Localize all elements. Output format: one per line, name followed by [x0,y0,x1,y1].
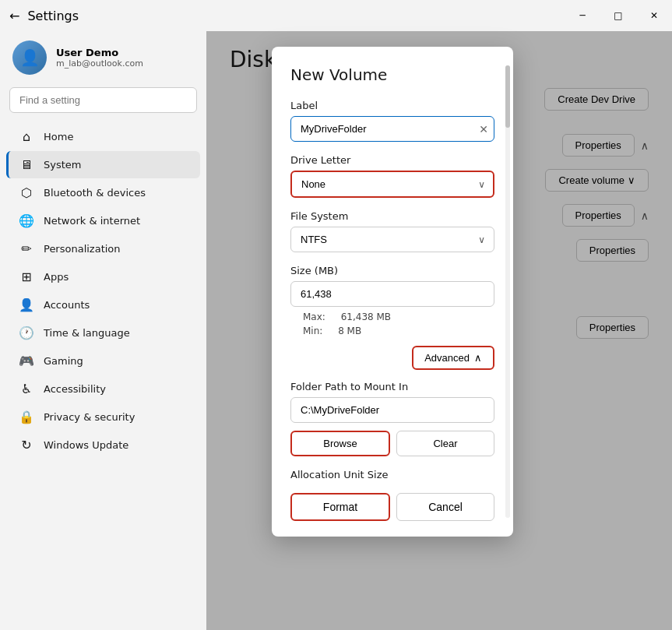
sidebar-item-apps[interactable]: ⊞ Apps [6,263,200,290]
sidebar-item-network[interactable]: 🌐 Network & internet [6,207,200,234]
drive-letter-select[interactable]: None C: D: E: F: [290,171,494,198]
sidebar-item-bluetooth[interactable]: ⬡ Bluetooth & devices [6,179,200,206]
sidebar-item-label: Bluetooth & devices [44,187,146,199]
cancel-button[interactable]: Cancel [396,493,494,521]
sidebar-item-label: Windows Update [44,439,128,451]
drive-letter-label: Drive Letter [290,154,494,166]
sidebar-item-label: Accessibility [44,383,106,395]
folder-path-label: Folder Path to Mount In [290,381,494,392]
label-field-label: Label [290,100,494,111]
sidebar-item-label: Gaming [44,355,83,367]
label-input[interactable] [290,116,494,142]
app-title: Settings [27,9,79,23]
sidebar-item-label: Home [44,131,73,143]
dialog-title: New Volume [290,65,494,84]
accessibility-icon: ♿ [19,382,34,396]
sidebar-item-accessibility[interactable]: ♿ Accessibility [6,375,200,403]
back-button[interactable]: ← [9,9,19,23]
app-body: 👤 User Demo m_lab@outlook.com ⌂ Home 🖥 S… [0,31,672,630]
advanced-chevron-icon: ∧ [474,352,482,364]
content-area: Disks & volumes Create Dev Drive Propert… [206,31,672,630]
label-input-wrapper: ✕ [290,116,494,142]
new-volume-dialog: New Volume Label ✕ Drive Letter None C: … [272,47,513,537]
browse-clear-row: Browse Clear [290,431,494,456]
size-max-info: Max: 61,438 MB [290,311,494,322]
maximize-button[interactable]: □ [600,0,636,31]
avatar[interactable]: 👤 [12,40,47,75]
sidebar-item-label: Time & language [44,327,130,339]
home-icon: ⌂ [19,129,34,144]
close-button[interactable]: ✕ [636,0,672,31]
size-min-info: Min: 8 MB [290,326,494,336]
file-system-select[interactable]: NTFS FAT32 exFAT ReFS [290,227,494,252]
update-icon: ↻ [19,438,34,452]
file-system-wrapper: NTFS FAT32 exFAT ReFS ∨ [290,227,494,252]
clear-button[interactable]: Clear [396,431,494,456]
user-section: 👤 User Demo m_lab@outlook.com [0,31,206,87]
minimize-button[interactable]: ─ [565,0,600,31]
bluetooth-icon: ⬡ [19,185,34,200]
apps-icon: ⊞ [19,269,34,284]
browse-button[interactable]: Browse [290,431,390,456]
dialog-scrollbar-thumb[interactable] [505,65,510,128]
advanced-row: Advanced ∧ [290,346,494,370]
sidebar-item-system[interactable]: 🖥 System [6,151,200,178]
privacy-icon: 🔒 [19,410,34,424]
dialog-footer: Format Cancel [290,493,494,521]
gaming-icon: 🎮 [19,354,34,368]
system-icon: 🖥 [19,157,34,172]
label-clear-icon[interactable]: ✕ [479,123,488,136]
sidebar: 👤 User Demo m_lab@outlook.com ⌂ Home 🖥 S… [0,31,206,630]
nav-menu: ⌂ Home 🖥 System ⬡ Bluetooth & devices 🌐 … [0,123,206,459]
size-field-label: Size (MB) [290,265,494,276]
file-system-label: File System [290,210,494,222]
accounts-icon: 👤 [19,297,34,312]
format-button[interactable]: Format [290,493,390,521]
time-icon: 🕐 [19,326,34,340]
sidebar-item-label: Apps [44,271,69,283]
folder-path-input[interactable] [290,397,494,423]
sidebar-item-home[interactable]: ⌂ Home [6,123,200,150]
user-email: m_lab@outlook.com [56,58,143,69]
search-input[interactable] [9,87,197,113]
window-controls: ─ □ ✕ [565,0,672,31]
title-bar: ← Settings ─ □ ✕ [0,0,672,31]
advanced-button[interactable]: Advanced ∧ [412,346,494,370]
alloc-unit-label: Allocation Unit Size [290,469,494,480]
drive-letter-wrapper: None C: D: E: F: ∨ [290,171,494,198]
user-info: User Demo m_lab@outlook.com [56,47,143,69]
personalization-icon: ✏ [19,241,34,256]
sidebar-item-label: System [44,159,81,171]
user-name: User Demo [56,47,143,58]
sidebar-item-label: Network & internet [44,215,140,227]
sidebar-item-gaming[interactable]: 🎮 Gaming [6,347,200,375]
sidebar-item-personalization[interactable]: ✏ Personalization [6,235,200,262]
sidebar-item-label: Privacy & security [44,411,135,423]
sidebar-item-label: Accounts [44,299,90,311]
sidebar-item-time[interactable]: 🕐 Time & language [6,319,200,347]
sidebar-item-update[interactable]: ↻ Windows Update [6,431,200,459]
advanced-label: Advanced [424,352,470,364]
size-input[interactable] [290,281,494,307]
dialog-scrollbar-track [505,65,510,518]
network-icon: 🌐 [19,213,34,228]
sidebar-item-label: Personalization [44,243,121,255]
sidebar-item-accounts[interactable]: 👤 Accounts [6,291,200,319]
sidebar-item-privacy[interactable]: 🔒 Privacy & security [6,403,200,431]
